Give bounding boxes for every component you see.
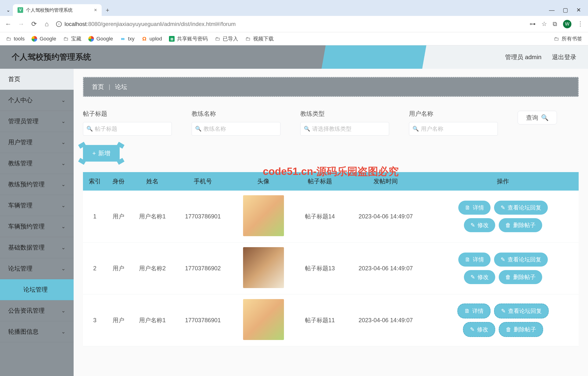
plus-icon: + xyxy=(92,150,96,157)
chevron-down-icon: ⌄ xyxy=(61,245,65,251)
back-icon[interactable]: ← xyxy=(5,20,12,28)
delete-button[interactable]: 🗑删除帖子 xyxy=(499,218,542,232)
app-title: 个人驾校预约管理系统 xyxy=(12,52,91,63)
site-info-icon[interactable]: i xyxy=(56,21,62,27)
detail-button[interactable]: 🗎详情 xyxy=(458,253,491,267)
close-tab-icon[interactable]: × xyxy=(94,7,97,13)
search-input-1[interactable] xyxy=(192,122,280,136)
detail-button[interactable]: 🗎详情 xyxy=(458,201,491,215)
search-input-0[interactable] xyxy=(83,122,172,136)
cell-time: 2023-04-06 14:49:07 xyxy=(344,243,427,294)
edit-button[interactable]: ✎修改 xyxy=(464,270,495,284)
view-reply-button[interactable]: ✎查看论坛回复 xyxy=(494,303,549,319)
sidebar-subitem-forum[interactable]: 论坛管理 xyxy=(0,279,74,300)
search-group-0: 帖子标题 🔍 xyxy=(83,110,172,136)
delete-button[interactable]: 🗑删除帖子 xyxy=(499,270,542,284)
app-header: 个人驾校预约管理系统 管理员 admin 退出登录 xyxy=(0,45,588,69)
detail-button[interactable]: 🗎详情 xyxy=(457,303,491,319)
table-header: 手机号 xyxy=(174,172,231,191)
maximize-icon[interactable]: ▢ xyxy=(563,7,568,13)
edit-icon: ✎ xyxy=(471,274,475,280)
chevron-down-icon: ⌄ xyxy=(61,139,65,145)
avatar-image xyxy=(243,247,284,288)
edit-button[interactable]: ✎修改 xyxy=(464,218,495,232)
sidebar-item-1[interactable]: 个人中心⌄ xyxy=(0,90,74,111)
edit-button[interactable]: ✎修改 xyxy=(463,322,495,337)
bookmark-google-2[interactable]: Google xyxy=(88,36,113,42)
search-icon: 🔍 xyxy=(304,126,310,132)
cell-avatar xyxy=(231,243,296,294)
bookmark-star-icon[interactable]: ☆ xyxy=(542,20,547,28)
sidebar-item-11[interactable]: 轮播图信息⌄ xyxy=(0,321,74,342)
table-row: 2 用户 用户名称2 17703786902 帖子标题13 2023-04-06… xyxy=(83,243,579,294)
doc-icon: 🗎 xyxy=(465,256,471,263)
doc-icon: 🗎 xyxy=(464,308,470,314)
sidebar-item-9[interactable]: 论坛管理⌄ xyxy=(0,258,74,279)
table-header: 索引 xyxy=(83,172,106,191)
search-icon: 🔍 xyxy=(541,114,548,121)
sidebar-item-8[interactable]: 基础数据管理⌄ xyxy=(0,237,74,258)
edit-icon: ✎ xyxy=(501,204,505,211)
menu-icon[interactable]: ⋮ xyxy=(577,20,583,28)
admin-label[interactable]: 管理员 admin xyxy=(505,53,542,61)
logout-link[interactable]: 退出登录 xyxy=(552,53,576,61)
sidebar-item-5[interactable]: 教练预约管理⌄ xyxy=(0,174,74,195)
query-button[interactable]: 查询 🔍 xyxy=(518,111,557,124)
bookmark-google[interactable]: Google xyxy=(32,36,56,42)
edit-icon: ✎ xyxy=(471,222,475,228)
sidebar-item-6[interactable]: 车辆管理⌄ xyxy=(0,195,74,216)
bookmark-baozang[interactable]: 🗀宝藏 xyxy=(63,35,81,42)
breadcrumb-home[interactable]: 首页 xyxy=(92,83,104,91)
delete-button[interactable]: 🗑删除帖子 xyxy=(499,322,543,337)
reload-icon[interactable]: ⟳ xyxy=(30,20,37,28)
search-icon: 🔍 xyxy=(86,126,93,132)
sidebar-item-3[interactable]: 用户管理⌄ xyxy=(0,132,74,153)
new-tab-button[interactable]: + xyxy=(102,4,113,16)
password-key-icon[interactable]: ⊶ xyxy=(530,20,536,28)
bookmark-txy[interactable]: ∞txy xyxy=(120,36,134,42)
extensions-icon[interactable]: ⧉ xyxy=(553,20,557,28)
sidebar-label: 车辆预约管理 xyxy=(8,222,45,231)
table-row: 1 用户 用户名称1 17703786901 帖子标题14 2023-04-06… xyxy=(83,191,579,243)
view-reply-button[interactable]: ✎查看论坛回复 xyxy=(494,253,548,267)
table-row: 3 用户 用户名称1 17703786901 帖子标题11 2023-04-06… xyxy=(83,294,579,346)
add-button[interactable]: + 新增 xyxy=(83,145,120,161)
sidebar-item-4[interactable]: 教练管理⌄ xyxy=(0,153,74,174)
sidebar-label: 用户管理 xyxy=(8,138,32,146)
trash-icon: 🗑 xyxy=(506,326,511,333)
profile-avatar[interactable]: W xyxy=(563,20,571,28)
tab-dropdown[interactable]: ⌄ xyxy=(3,4,13,16)
sidebar-label: 教练预约管理 xyxy=(8,180,45,188)
avatar-image xyxy=(243,299,284,340)
cell-actions: 🗎详情 ✎查看论坛回复 ✎修改 🗑删除帖子 xyxy=(427,191,579,243)
view-reply-button[interactable]: ✎查看论坛回复 xyxy=(494,201,548,215)
edit-icon: ✎ xyxy=(470,326,475,333)
cell-actions: 🗎详情 ✎查看论坛回复 ✎修改 🗑删除帖子 xyxy=(427,294,579,346)
forward-icon[interactable]: → xyxy=(18,20,24,28)
address-bar[interactable]: i localhost:8080/gerenjiaxiaoyuyueguanli… xyxy=(56,21,524,27)
avatar-image xyxy=(243,195,284,236)
url-text: localhost:8080/gerenjiaxiaoyuyueguanli/a… xyxy=(64,21,236,27)
doc-icon: 🗎 xyxy=(465,204,471,211)
browser-tab[interactable]: V 个人驾校预约管理系统 × xyxy=(13,4,102,16)
sidebar-item-7[interactable]: 车辆预约管理⌄ xyxy=(0,216,74,237)
search-input-3[interactable] xyxy=(409,122,498,136)
sidebar-label: 车辆管理 xyxy=(8,201,32,210)
bookmark-video[interactable]: 🗀视频下载 xyxy=(245,35,274,42)
close-window-icon[interactable]: ✕ xyxy=(576,7,581,13)
cell-title: 帖子标题13 xyxy=(296,243,344,294)
sidebar-item-0[interactable]: 首页 xyxy=(0,69,74,90)
sidebar-item-10[interactable]: 公告资讯管理⌄ xyxy=(0,300,74,321)
sidebar-item-2[interactable]: 管理员管理⌄ xyxy=(0,111,74,132)
window-controls: — ▢ ✕ xyxy=(549,4,588,16)
search-input-2[interactable] xyxy=(300,122,389,136)
bookmark-uplod[interactable]: Ωuplod xyxy=(142,36,162,42)
minimize-icon[interactable]: — xyxy=(549,7,555,13)
search-label: 教练类型 xyxy=(300,110,389,118)
home-icon[interactable]: ⌂ xyxy=(43,20,50,28)
edit-icon: ✎ xyxy=(501,256,505,263)
bookmark-imported[interactable]: 🗀已导入 xyxy=(215,35,238,42)
bookmark-share[interactable]: ▦共享账号密码 xyxy=(169,35,208,42)
bookmark-tools[interactable]: 🗀tools xyxy=(6,36,24,42)
all-bookmarks[interactable]: 🗀所有书签 xyxy=(554,35,582,42)
